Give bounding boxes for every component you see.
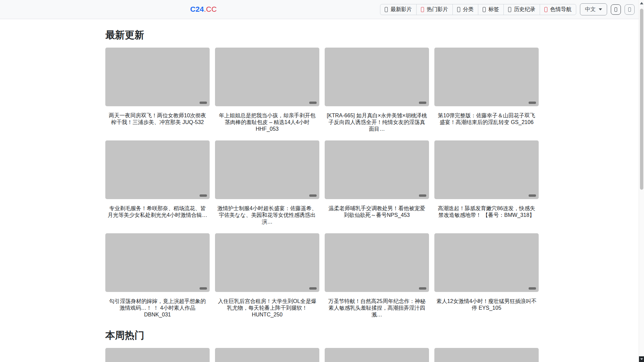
video-card[interactable] — [434, 348, 539, 362]
video-thumbnail[interactable] — [325, 348, 429, 362]
video-title[interactable]: 入住巨乳后宫合租房！大学生到OL全是爆乳尤物，每天轮番上阵干到腿软！ HUNTC… — [216, 298, 318, 318]
duration-badge — [419, 194, 426, 197]
video-title[interactable]: 高潮迭起！舔舐发育嫩穴86连发，快感失禁改造敏感地带！ 【番号：BMW_318】 — [436, 205, 537, 219]
duration-badge — [200, 287, 207, 290]
history-icon — [508, 7, 511, 12]
video-card[interactable] — [105, 348, 210, 362]
video-card[interactable] — [325, 348, 429, 362]
nav-item[interactable]: 标签 — [478, 4, 504, 15]
brand-primary-text: C24 — [190, 5, 204, 13]
video-title[interactable]: 激情护士制服4小时超长盛宴：佐藤遥希、宇佐美なな、美园和花等女优性感诱惑出演… — [216, 205, 318, 225]
video-card[interactable]: 年上姐姐总是把我当小孩，却亲手剥开包茎肉棒的羞耻包皮 – 精选14人4小时 HH… — [215, 48, 319, 132]
duration-badge — [309, 287, 317, 290]
video-section: 本周热门 — [105, 329, 539, 362]
video-title[interactable]: [KTRA-665] 如月真白×永井美雏×胡桃泽桃子反向四人诱惑全开！纯情女友的… — [326, 112, 428, 132]
video-card[interactable]: 两天一夜同房双飞！两位女教师10次彻夜榨干我！三浦歩美、冲宫那美 JUQ-532 — [105, 48, 210, 132]
video-card[interactable]: 入住巨乳后宫合租房！大学生到OL全是爆乳尤物，每天轮番上阵干到腿软！ HUNTC… — [215, 233, 319, 318]
nav-item-label: 标签 — [488, 6, 499, 13]
video-thumbnail[interactable] — [215, 348, 319, 362]
new-films-icon — [385, 7, 388, 12]
video-grid: 两天一夜同房双飞！两位女教师10次彻夜榨干我！三浦歩美、冲宫那美 JUQ-532… — [105, 48, 539, 318]
video-thumbnail[interactable] — [105, 348, 210, 362]
nav-item-label: 热门影片 — [427, 6, 448, 13]
video-card[interactable]: 勾引淫荡身材的婶婶，竟上演超乎想象的激情戏码…！ ！ 4小时素人作品 DBNK_… — [105, 233, 210, 318]
tags-icon — [483, 7, 486, 12]
video-card[interactable]: 激情护士制服4小时超长盛宴：佐藤遥希、宇佐美なな、美园和花等女优性感诱惑出演… — [215, 140, 319, 225]
video-thumbnail[interactable] — [325, 140, 429, 199]
duration-badge — [529, 194, 536, 197]
nav-button-group: 最新影片 热门影片 分类 标签 历史纪录 色情导航 — [380, 4, 576, 15]
video-thumbnail[interactable] — [105, 48, 210, 106]
scrollbar-thumb[interactable] — [640, 9, 643, 190]
nav-item[interactable]: 热门影片 — [416, 4, 453, 15]
section-title: 本周热门 — [105, 329, 539, 341]
video-card[interactable]: 温柔老师哺乳手交调教处男！看他被宠爱到欲仙欲死～番号NPS_453 — [325, 140, 429, 225]
placeholder-glyph-icon — [628, 7, 631, 12]
chevron-down-icon — [599, 8, 602, 10]
section-title: 最新更新 — [105, 29, 539, 41]
video-thumbnail[interactable] — [434, 233, 539, 292]
duration-badge — [309, 194, 317, 197]
video-title[interactable]: 第10弹完整版：佐藤幸子＆山田花子双飞盛宴！高潮结束后的淫乱转变 GS_2106 — [436, 112, 537, 126]
navbar-icon-button-1[interactable] — [611, 4, 621, 15]
duration-badge — [419, 102, 426, 104]
navbar: C24.CC 最新影片 热门影片 分类 标签 历史纪录 色情导航 中文 — [0, 0, 644, 19]
video-title[interactable]: 温柔老师哺乳手交调教处男！看他被宠爱到欲仙欲死～番号NPS_453 — [326, 205, 428, 219]
hot-films-icon — [421, 7, 424, 12]
nav-item-label: 色情导航 — [550, 6, 572, 13]
video-title[interactable]: 素人12女激情4小时！瘦壮猛男狂插浪叫不停 EYS_105 — [436, 298, 537, 311]
video-thumbnail[interactable] — [325, 48, 429, 106]
video-card[interactable]: 素人12女激情4小时！瘦壮猛男狂插浪叫不停 EYS_105 — [434, 233, 539, 318]
video-thumbnail[interactable] — [325, 233, 429, 292]
video-thumbnail[interactable] — [215, 48, 319, 106]
brand-secondary-text: .CC — [204, 5, 217, 13]
duration-badge — [419, 287, 426, 290]
video-card[interactable]: 专业剃毛服务！希咲那奈、稻场流花、皆月光等美少女私处剃光光4小时激情合辑… — [105, 140, 210, 225]
video-title[interactable]: 两天一夜同房双飞！两位女教师10次彻夜榨干我！三浦歩美、冲宫那美 JUQ-532 — [107, 112, 208, 126]
duration-badge — [200, 102, 207, 104]
video-thumbnail[interactable] — [434, 348, 539, 362]
duration-badge — [529, 102, 536, 104]
video-card[interactable] — [215, 348, 319, 362]
video-card[interactable]: 高潮迭起！舔舐发育嫩穴86连发，快感失禁改造敏感地带！ 【番号：BMW_318】 — [434, 140, 539, 225]
video-section: 最新更新 两天一夜同房双飞！两位女教师10次彻夜榨干我！三浦歩美、冲宫那美 JU… — [105, 29, 539, 318]
video-thumbnail[interactable] — [434, 48, 539, 106]
video-card[interactable]: 第10弹完整版：佐藤幸子＆山田花子双飞盛宴！高潮结束后的淫乱转变 GS_2106 — [434, 48, 539, 132]
video-thumbnail[interactable] — [105, 233, 210, 292]
video-thumbnail[interactable] — [434, 140, 539, 199]
nav-item-label: 历史纪录 — [514, 6, 535, 13]
video-thumbnail[interactable] — [105, 140, 210, 199]
adult-nav-icon — [544, 7, 547, 12]
video-card[interactable]: [KTRA-665] 如月真白×永井美雏×胡桃泽桃子反向四人诱惑全开！纯情女友的… — [325, 48, 429, 132]
navbar-icon-button-2[interactable] — [625, 4, 635, 15]
video-title[interactable]: 万圣节特献！自然高25周年纪念作：神秘素人敏感乳头羞耻揉捏，高潮扭弄淫汁四溅… — [326, 298, 428, 318]
nav-item[interactable]: 色情导航 — [540, 4, 576, 15]
nav-item[interactable]: 最新影片 — [380, 4, 417, 15]
video-title[interactable]: 专业剃毛服务！希咲那奈、稻场流花、皆月光等美少女私处剃光光4小时激情合辑… — [107, 205, 208, 219]
video-title[interactable]: 勾引淫荡身材的婶婶，竟上演超乎想象的激情戏码…！ ！ 4小时素人作品 DBNK_… — [107, 298, 208, 318]
duration-badge — [200, 194, 207, 197]
nav-item-label: 最新影片 — [390, 6, 412, 13]
scrollbar-up-arrow-icon[interactable] — [640, 2, 643, 4]
scrollbar-down-arrow-icon[interactable] — [639, 356, 644, 362]
duration-badge — [529, 287, 536, 290]
navbar-menu: 最新影片 热门影片 分类 标签 历史纪录 色情导航 中文 — [380, 3, 635, 15]
nav-item[interactable]: 历史纪录 — [503, 4, 540, 15]
placeholder-glyph-icon — [614, 7, 617, 12]
categories-icon — [457, 7, 460, 12]
language-dropdown-label: 中文 — [585, 6, 596, 13]
language-dropdown[interactable]: 中文 — [580, 3, 607, 15]
video-thumbnail[interactable] — [215, 233, 319, 292]
brand-logo[interactable]: C24.CC — [190, 5, 217, 14]
video-thumbnail[interactable] — [215, 140, 319, 199]
duration-badge — [309, 102, 317, 104]
vertical-scrollbar[interactable] — [639, 0, 644, 362]
nav-item-label: 分类 — [463, 6, 474, 13]
video-title[interactable]: 年上姐姐总是把我当小孩，却亲手剥开包茎肉棒的羞耻包皮 – 精选14人4小时 HH… — [216, 112, 318, 132]
video-card[interactable]: 万圣节特献！自然高25周年纪念作：神秘素人敏感乳头羞耻揉捏，高潮扭弄淫汁四溅… — [325, 233, 429, 318]
video-grid — [105, 348, 539, 362]
nav-item[interactable]: 分类 — [452, 4, 478, 15]
main-content: 最新更新 两天一夜同房双飞！两位女教师10次彻夜榨干我！三浦歩美、冲宫那美 JU… — [105, 19, 539, 362]
